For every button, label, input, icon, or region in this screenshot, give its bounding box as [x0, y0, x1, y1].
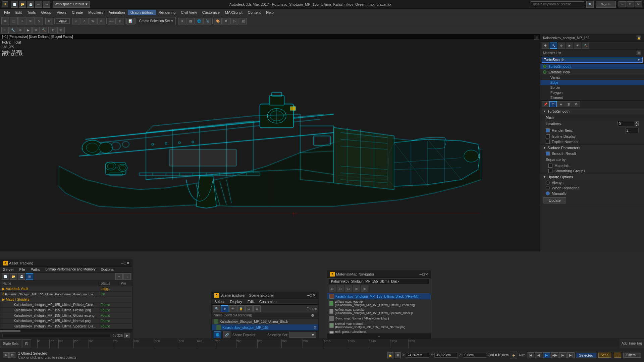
asset-restore-btn[interactable]: □: [124, 261, 126, 265]
display-btn[interactable]: 👁: [32, 27, 40, 34]
scene-minimize-btn[interactable]: ─: [307, 293, 310, 298]
sub-object-edge[interactable]: Edge: [540, 80, 644, 85]
always-radio[interactable]: [546, 181, 550, 185]
render-frame-btn[interactable]: 🖼: [239, 18, 247, 24]
minimize-btn[interactable]: ─: [619, 1, 626, 7]
mat-close-btn[interactable]: ✕: [425, 272, 428, 277]
scale-btn[interactable]: ⤡: [35, 17, 43, 25]
scene-footer-icon-btn[interactable]: 🌐: [214, 331, 221, 338]
ribbon-btn[interactable]: ▤: [186, 18, 195, 24]
smoothing-groups-checkbox[interactable]: [548, 169, 552, 173]
render-iters-checkbox[interactable]: [546, 128, 550, 132]
iterations-input[interactable]: [618, 121, 634, 126]
asset-row-normal[interactable]: Kalashnikov_shotgun_MP_155_Ultima_Normal…: [0, 318, 132, 324]
mat-item-gloss[interactable]: Refl. gloss.: Glossiness (Kalashnikov_sh…: [327, 329, 431, 334]
goto-start-btn[interactable]: |◀: [527, 352, 534, 358]
mat-icon1-btn[interactable]: ⊞: [329, 286, 336, 292]
mat-icon5-btn[interactable]: ⊕: [361, 286, 368, 292]
status-mode-btn[interactable]: ⊕: [3, 352, 9, 358]
render-btn[interactable]: ▷: [230, 18, 238, 24]
mat-item-reflect[interactable]: Reflect map: Specular (Kalashnikov_shotg…: [327, 307, 431, 315]
mat-scroll-down[interactable]: ▼: [327, 334, 431, 339]
manually-radio[interactable]: [546, 191, 550, 195]
scene-item-155[interactable]: Kalashnikov_shotgun_MP_155 ⚙: [212, 324, 318, 330]
sub-object-element[interactable]: Element: [540, 95, 644, 100]
iterations-down[interactable]: ▼: [635, 124, 639, 126]
status-grid-btn[interactable]: ⊞: [395, 352, 401, 358]
asset-collapse-btn[interactable]: ↔: [115, 273, 123, 280]
x-coord-input[interactable]: [406, 353, 429, 358]
menu-graph-editors[interactable]: Graph Editors: [128, 10, 156, 15]
update-btn[interactable]: Update: [543, 197, 566, 203]
scene-explorer-btn[interactable]: 🌐: [195, 18, 203, 24]
asset-row-glossines[interactable]: Kalashnikov_shotgun_MP_155_Ultima_Glossi…: [0, 313, 132, 318]
menu-create[interactable]: Create: [69, 10, 86, 15]
timeline-track[interactable]: 90 150 200 250 300 370 430 500 580 640 7…: [16, 339, 620, 348]
search-icon[interactable]: 🔍: [586, 1, 594, 8]
asset-next-btn[interactable]: ▶: [124, 333, 130, 338]
save-btn[interactable]: 💾: [27, 1, 34, 8]
redo-btn[interactable]: ↪: [43, 1, 50, 8]
play-reverse-btn[interactable]: ◀▶: [551, 352, 558, 358]
undo-btn[interactable]: ↩: [35, 1, 42, 8]
configure-mod-btn[interactable]: ⚙: [637, 51, 641, 55]
goto-end-btn[interactable]: ▶|: [567, 352, 575, 358]
scene-selection-set-dropdown[interactable]: ▼: [289, 332, 316, 338]
modify-panel-icon-btn[interactable]: 🔧: [550, 43, 557, 49]
percent-snap-btn[interactable]: %: [89, 18, 97, 24]
mat-minimize-btn[interactable]: ─: [420, 272, 422, 277]
asset-scroll-thumb[interactable]: [0, 330, 20, 332]
turbosmoooth-header[interactable]: ▼ TurboSmooth: [540, 108, 644, 114]
scene-hide-btn[interactable]: ⊡: [245, 305, 253, 312]
menu-tools[interactable]: Tools: [24, 10, 39, 15]
asset-icon-view-btn[interactable]: ⊞: [26, 273, 33, 280]
menu-customize[interactable]: Customize: [200, 10, 222, 15]
update-options-header[interactable]: ▼ Update Options: [540, 174, 644, 180]
isoline-checkbox[interactable]: [546, 134, 550, 138]
menu-content[interactable]: Content: [245, 10, 264, 15]
asset-new-btn[interactable]: 📄: [2, 273, 9, 280]
add-time-tag-btn[interactable]: Add Time Tag: [620, 342, 644, 345]
scene-menu-select[interactable]: Select: [212, 299, 227, 304]
create-panel-btn[interactable]: +: [1, 27, 9, 34]
scene-col-gear[interactable]: ⚙: [311, 313, 316, 318]
view-btn[interactable]: View: [56, 18, 70, 24]
z-coord-input[interactable]: [463, 353, 486, 358]
align-btn[interactable]: ⊟: [116, 18, 124, 24]
asset-row-maps[interactable]: ▶ Maps / Shaders: [0, 297, 132, 302]
viewport[interactable]: [+1] [Perspective] [User Defined] [Edged…: [0, 34, 540, 251]
menu-edit[interactable]: Edit: [13, 10, 24, 15]
asset-minimize-btn[interactable]: ─: [121, 261, 124, 265]
set-e-btn[interactable]: ...: [614, 353, 621, 358]
scene-menu-display[interactable]: Display: [227, 299, 245, 304]
menu-help[interactable]: Help: [263, 10, 276, 15]
create-key-btn[interactable]: +: [510, 352, 517, 359]
tab-state-sets[interactable]: State Sets: [0, 339, 21, 348]
new-btn[interactable]: 📄: [11, 1, 18, 8]
layer-manager-btn[interactable]: ≡: [178, 18, 186, 24]
hierarchy-btn[interactable]: ⊛: [17, 27, 24, 34]
next-frame-btn[interactable]: ▶: [559, 352, 567, 358]
asset-row-diffuse[interactable]: Kalashnikov_shotgun_MP_155_Ultima_Diffus…: [0, 302, 132, 308]
iterations-spinner[interactable]: ▲ ▼: [635, 121, 639, 126]
menu-group[interactable]: Group: [38, 10, 54, 15]
asset-menu-paths[interactable]: Paths: [28, 267, 43, 272]
render-setup-btn[interactable]: ⚙: [222, 18, 230, 24]
utilities-panel-icon-btn[interactable]: 🔨: [582, 43, 589, 49]
sub-object-polygon[interactable]: Polygon: [540, 90, 644, 95]
asset-menu-options[interactable]: Options: [98, 267, 116, 272]
modifier-dropdown[interactable]: TurboSmooth ▼: [542, 57, 643, 63]
materials-checkbox[interactable]: [548, 164, 552, 168]
mirror-btn[interactable]: ⟺: [108, 18, 116, 24]
angle-snap-btn[interactable]: ∠: [80, 18, 89, 24]
asset-row-vault[interactable]: ▶ Autodesk Vault Logg...: [0, 286, 132, 292]
when-rendering-radio[interactable]: [546, 186, 550, 190]
asset-row-specular[interactable]: Kalashnikov_shotgun_MP_155_Ultima_Specul…: [0, 324, 132, 329]
configure-mod2-btn[interactable]: ⚙: [573, 101, 580, 107]
menu-views[interactable]: Views: [54, 10, 69, 15]
reference-coord-btn[interactable]: ⊞: [45, 18, 53, 24]
display-panel-icon-btn[interactable]: 👁: [574, 43, 581, 49]
scene-close-btn[interactable]: ✕: [313, 293, 316, 298]
extra-btn1[interactable]: ⊡: [50, 27, 57, 34]
sub-object-vertex[interactable]: Vertex: [540, 75, 644, 80]
